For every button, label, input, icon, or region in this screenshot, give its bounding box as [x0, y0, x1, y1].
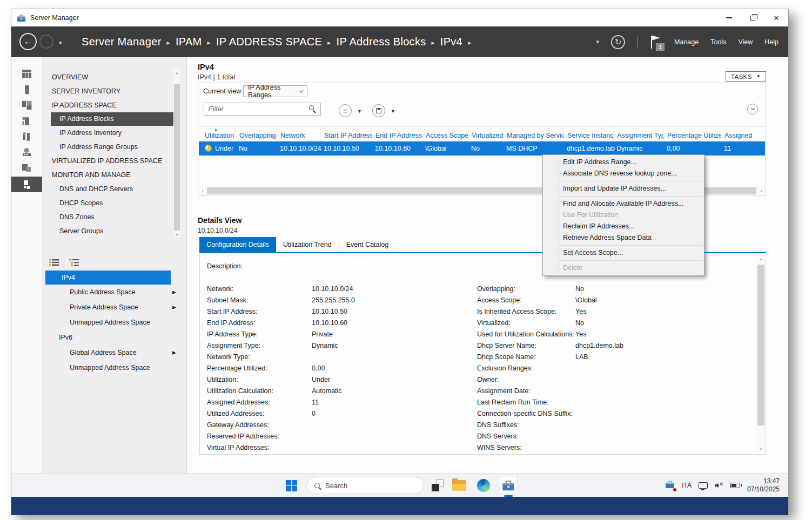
breadcrumb-item[interactable]: IP Address Blocks	[337, 36, 426, 48]
column-header-managed-by-service[interactable]: Managed by Service	[503, 127, 563, 141]
clock[interactable]: 13:47 07/10/2025	[747, 477, 780, 494]
rail-item-all-servers[interactable]	[11, 98, 42, 112]
network-display-icon[interactable]	[699, 482, 708, 489]
column-header-access-scope[interactable]: Access Scope	[422, 127, 468, 141]
breadcrumb-item[interactable]: IP ADDRESS SPACE	[216, 36, 322, 48]
nav-ip-address-inventory[interactable]: IP Address Inventory	[43, 126, 186, 140]
column-header-end-ip[interactable]: End IP Address	[372, 127, 422, 141]
file-explorer-button[interactable]	[452, 474, 466, 497]
edge-browser-button[interactable]	[477, 474, 490, 497]
nav-monitor-and-manage[interactable]: MONITOR AND MANAGE	[43, 168, 186, 182]
menu-help[interactable]: Help	[764, 38, 779, 46]
nav-server-groups[interactable]: Server Groups	[43, 224, 186, 238]
menu-item-retrieve-address-space-data[interactable]: Retrieve Address Space Data	[543, 232, 704, 244]
nav-dns-zones[interactable]: DNS Zones	[43, 210, 186, 224]
nav-dhcp-scopes[interactable]: DHCP Scopes	[43, 196, 186, 210]
collapse-panel-button[interactable]	[747, 104, 758, 114]
nav-server-inventory[interactable]: SERVER INVENTORY	[43, 84, 186, 98]
rail-item-local-server[interactable]	[11, 83, 42, 97]
tree-expand-icon[interactable]: ▶	[172, 345, 176, 360]
nav-dns-and-dhcp-servers[interactable]: DNS and DHCP Servers	[43, 182, 186, 196]
restore-button[interactable]	[741, 9, 764, 26]
scroll-up-icon[interactable]: ▲	[173, 71, 180, 75]
notifications-flag-icon[interactable]: 1	[649, 35, 662, 49]
rail-item-file-storage-services[interactable]: ▷	[11, 161, 42, 175]
column-header-utilization[interactable]: Utilization	[202, 127, 236, 141]
rail-item-ad-ds[interactable]	[11, 114, 42, 128]
tab-configuration-details[interactable]: Configuration Details	[199, 237, 276, 252]
column-header-service-instance[interactable]: Service Instance	[563, 127, 613, 141]
language-indicator[interactable]: ITA	[682, 482, 692, 489]
column-header-virtualized[interactable]: Virtualized	[468, 127, 503, 141]
server-manager-taskbar-button[interactable]	[499, 474, 518, 497]
tree-expand-icon[interactable]: ▶	[172, 300, 176, 315]
column-header-assignment-type[interactable]: Assignment Type	[613, 127, 663, 141]
table-row-selected[interactable]: Under No 10.10.10.0/24 10.10.10.50 10.10…	[199, 141, 765, 156]
scope-dropdown-icon[interactable]: ▾	[596, 38, 600, 45]
nav-virtualized-ip-address-space[interactable]: VIRTUALIZED IP ADDRESS SPACE	[43, 154, 186, 168]
tree-view-icon[interactable]	[69, 259, 79, 268]
rail-item-ipam-selected[interactable]: ▷	[11, 177, 42, 192]
scroll-left-icon[interactable]: ‹	[199, 187, 206, 195]
menu-item-associate-dns-reverse-lookup-zone[interactable]: Associate DNS reverse lookup zone...	[543, 168, 704, 179]
tree-item-public-address-space[interactable]: Public Address Space▶	[43, 285, 186, 300]
nav-overview[interactable]: OVERVIEW	[43, 70, 186, 84]
filter-criteria-caret-icon[interactable]: ▼	[357, 109, 362, 114]
menu-view[interactable]: View	[738, 38, 753, 46]
tasks-button[interactable]: TASKS ▼	[726, 71, 766, 82]
scroll-up-icon[interactable]: ▲	[757, 258, 765, 261]
menu-item-import-and-update-ip-addresses[interactable]: Import and Update IP Addresses...	[543, 183, 704, 194]
refresh-button[interactable]: ↻	[611, 35, 625, 49]
menu-tools[interactable]: Tools	[710, 38, 726, 46]
tree-item-ipv6[interactable]: IPv6	[43, 330, 186, 345]
tab-utilization-trend[interactable]: Utilization Trend	[276, 237, 339, 252]
menu-manage[interactable]: Manage	[674, 38, 699, 46]
menu-item-set-access-scope[interactable]: Set Access Scope...	[543, 247, 704, 259]
menu-item-find-and-allocate-available-ip-address[interactable]: Find and Allocate Available IP Address..…	[543, 198, 704, 210]
column-header-network[interactable]: Network	[277, 127, 320, 141]
tree-item-unmapped-address-space[interactable]: Unmapped Address Space	[43, 315, 186, 330]
start-button[interactable]	[286, 474, 297, 497]
tree-item-global-address-space[interactable]: Global Address Space▶	[43, 345, 186, 360]
minimize-button[interactable]	[717, 9, 741, 26]
breadcrumb-item[interactable]: IPv4	[440, 36, 462, 48]
column-header-percentage-utilized[interactable]: Percentage Utilized	[663, 127, 721, 141]
save-query-caret-icon[interactable]: ▼	[391, 109, 395, 114]
scroll-down-icon[interactable]: ▼	[173, 233, 180, 237]
details-vertical-scrollbar[interactable]: ▲ ▼	[757, 255, 765, 454]
tree-item-ipv4-selected[interactable]: IPv4	[45, 271, 171, 285]
back-button[interactable]: ←	[19, 33, 37, 50]
scroll-right-icon[interactable]: ›	[757, 187, 765, 195]
volume-muted-icon[interactable]: ✕	[715, 482, 723, 489]
task-view-button[interactable]	[432, 474, 444, 497]
rail-item-dhcp[interactable]	[11, 130, 42, 144]
column-header-start-ip[interactable]: Start IP Address	[320, 127, 372, 141]
menu-item-reclaim-ip-addresses[interactable]: Reclaim IP Addresses...	[543, 221, 704, 232]
nav-scrollbar[interactable]: ▲ ▼	[173, 70, 180, 238]
save-query-button[interactable]	[372, 104, 385, 117]
column-header-overlapping[interactable]: Overlapping	[236, 127, 277, 141]
vertical-scrollbar-thumb[interactable]	[757, 265, 764, 426]
menu-item-edit-ip-address-range[interactable]: Edit IP Address Range...	[543, 157, 704, 168]
taskbar-search-box[interactable]: Search	[306, 474, 424, 497]
server-manager-tray-icon[interactable]	[665, 480, 675, 491]
column-header-assigned[interactable]: Assigned	[721, 127, 764, 141]
tab-event-catalog[interactable]: Event Catalog	[339, 237, 396, 252]
scroll-down-icon[interactable]: ▼	[757, 448, 765, 451]
tree-expand-icon[interactable]: ▶	[172, 285, 176, 300]
nav-ip-address-space[interactable]: IP ADDRESS SPACE	[43, 98, 186, 112]
rail-item-dashboard[interactable]	[11, 67, 42, 81]
filter-criteria-button[interactable]: ≡	[339, 104, 352, 117]
tree-item-private-address-space[interactable]: Private Address Space▶	[43, 300, 186, 315]
nav-scrollbar-thumb[interactable]	[174, 84, 180, 231]
breadcrumb-item[interactable]: IPAM	[176, 36, 202, 48]
rail-item-dns[interactable]	[11, 145, 42, 159]
breadcrumb-item[interactable]: Server Manager	[82, 36, 162, 48]
nav-ip-address-range-groups[interactable]: IP Address Range Groups	[43, 140, 186, 154]
forward-button[interactable]: →	[39, 35, 53, 49]
current-view-dropdown[interactable]: IP Address Ranges	[243, 85, 307, 97]
filter-input[interactable]	[204, 103, 321, 116]
history-dropdown-icon[interactable]: ▾	[59, 39, 62, 46]
battery-icon[interactable]	[730, 483, 740, 488]
close-button[interactable]: ×	[764, 9, 788, 26]
